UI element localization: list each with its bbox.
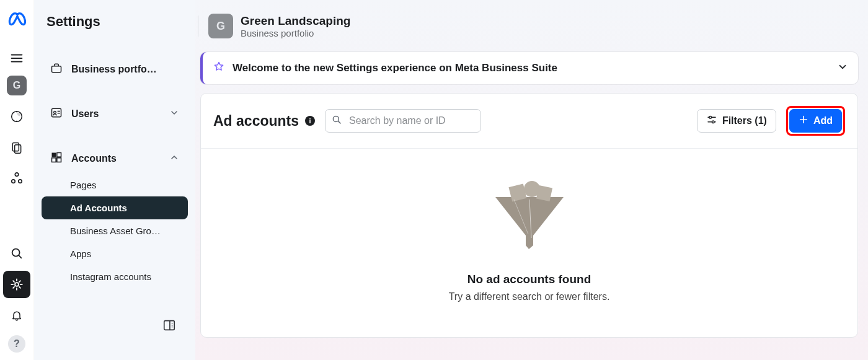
svg-point-18 (172, 327, 173, 328)
compass-icon[interactable] (3, 103, 30, 130)
accounts-grid-icon (50, 151, 63, 166)
sliders-icon (706, 114, 717, 128)
svg-rect-13 (52, 158, 56, 162)
svg-point-17 (172, 325, 173, 326)
hamburger-menu-icon[interactable] (3, 45, 30, 72)
main-column: G Green Landscaping Business portfolio W… (195, 0, 868, 360)
svg-point-4 (12, 180, 16, 183)
sidebar-sub-ad-accounts[interactable]: Ad Accounts (42, 196, 188, 219)
sidebar-title: Settings (42, 14, 188, 30)
meta-logo[interactable] (6, 9, 28, 31)
sidebar-item-label: Users (71, 108, 99, 120)
plus-icon (799, 115, 808, 127)
sidebar-sub-business-asset-groups[interactable]: Business Asset Gro… (42, 219, 188, 242)
add-button-highlight: Add (786, 106, 845, 136)
chevron-down-icon (169, 108, 179, 120)
svg-point-16 (172, 323, 173, 324)
svg-rect-15 (164, 321, 175, 330)
svg-point-19 (333, 116, 339, 121)
bell-icon[interactable] (3, 302, 30, 329)
svg-point-0 (12, 112, 22, 122)
panel-title: Ad accounts i (213, 113, 315, 130)
svg-point-3 (15, 173, 19, 177)
info-icon[interactable]: i (305, 116, 315, 126)
sidebar-item-label: Business portfo… (71, 64, 157, 75)
pages-icon[interactable] (3, 134, 30, 161)
search-icon[interactable] (3, 240, 30, 267)
welcome-banner[interactable]: Welcome to the new Settings experience o… (200, 52, 858, 84)
panel-toolbar: Ad accounts i Filters (1) (201, 94, 857, 149)
portfolio-header: G Green Landscaping Business portfolio (195, 0, 868, 52)
org-chart-icon[interactable] (3, 165, 30, 192)
portfolio-name: Green Landscaping (241, 14, 350, 28)
welcome-text: Welcome to the new Settings experience o… (232, 62, 830, 74)
empty-state-title: No ad accounts found (467, 273, 591, 286)
svg-rect-14 (57, 158, 61, 162)
search-icon (331, 114, 342, 128)
svg-point-10 (54, 111, 56, 113)
briefcase-icon (50, 62, 63, 77)
svg-point-20 (709, 116, 712, 118)
users-badge-icon (50, 107, 63, 121)
portfolio-subtitle: Business portfolio (241, 28, 350, 38)
filters-button[interactable]: Filters (1) (697, 109, 776, 133)
portfolio-avatar[interactable]: G (208, 14, 233, 38)
svg-rect-8 (52, 66, 61, 72)
chevron-down-icon[interactable] (837, 61, 848, 75)
sidebar-sub-pages[interactable]: Pages (42, 173, 188, 196)
sidebar-item-business-portfolio[interactable]: Business portfo… (42, 55, 188, 84)
sidebar-collapse-toggle-icon[interactable] (161, 317, 178, 334)
chevron-up-icon (169, 152, 179, 165)
empty-state-subtitle: Try a different search or fewer filters. (449, 291, 610, 302)
portfolio-avatar-small[interactable]: G (7, 76, 27, 95)
portfolio-switcher[interactable]: Green Landscaping Business portfolio (241, 14, 350, 38)
ad-accounts-panel: Ad accounts i Filters (1) (200, 93, 858, 338)
svg-rect-11 (52, 153, 56, 157)
svg-rect-1 (12, 143, 19, 151)
svg-marker-23 (526, 235, 533, 249)
help-icon[interactable]: ? (8, 335, 25, 353)
svg-point-21 (712, 121, 714, 123)
search-input[interactable] (325, 109, 481, 133)
sidebar-sub-apps[interactable]: Apps (42, 242, 188, 265)
svg-rect-26 (536, 185, 552, 201)
funnel-icon (489, 178, 570, 255)
add-button[interactable]: Add (789, 109, 842, 133)
sidebar-sub-instagram-accounts[interactable]: Instagram accounts (42, 265, 188, 288)
star-icon (213, 61, 225, 76)
empty-state: No ad accounts found Try a different sea… (201, 149, 857, 337)
svg-point-5 (19, 180, 22, 183)
settings-gear-icon[interactable] (3, 271, 30, 298)
svg-rect-12 (57, 153, 61, 157)
sidebar-item-label: Accounts (71, 153, 117, 164)
sidebar-item-users[interactable]: Users (42, 99, 188, 129)
sidebar-item-accounts[interactable]: Accounts (42, 144, 188, 173)
svg-rect-9 (52, 108, 61, 116)
svg-rect-2 (15, 145, 21, 153)
settings-sidebar: Settings Business portfo… Users Accounts… (34, 0, 195, 360)
svg-point-7 (15, 283, 19, 286)
global-nav-rail: G ? (0, 0, 34, 360)
